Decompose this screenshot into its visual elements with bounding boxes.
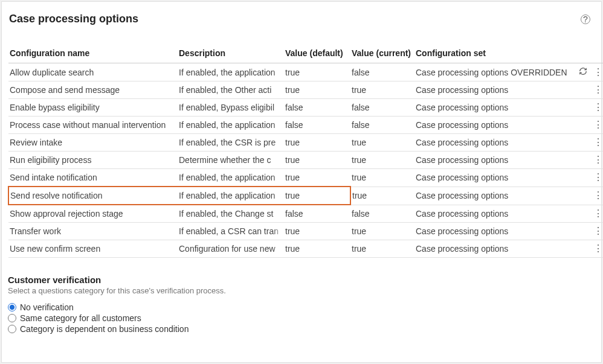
cell-config-name: Send intake notification — [8, 169, 178, 187]
cell-refresh — [578, 205, 592, 223]
table-header-row: Configuration name Description Value (de… — [8, 45, 603, 63]
table-row: Process case without manual intervention… — [8, 117, 603, 134]
help-icon[interactable]: ? — [581, 14, 590, 24]
cell-refresh — [578, 169, 592, 187]
cell-value-default: true — [284, 63, 350, 81]
cell-value-current: true — [350, 152, 414, 169]
cell-value-default: true — [284, 187, 350, 205]
panel-header: Case processing options ? — [8, 13, 590, 25]
cell-value-default: true — [284, 240, 350, 258]
cell-config-name: Transfer work — [8, 223, 178, 240]
cell-refresh — [578, 81, 592, 99]
cell-description: If enabled, the Other acti — [178, 81, 284, 99]
config-table: Configuration name Description Value (de… — [8, 45, 603, 258]
row-menu-icon[interactable]: ⋮ — [592, 134, 603, 152]
table-row: Use new confirm screenConfiguration for … — [8, 240, 603, 258]
cell-value-current: false — [350, 63, 414, 81]
cell-config-set: Case processing options — [414, 169, 578, 187]
row-menu-icon[interactable]: ⋮ — [592, 187, 603, 205]
cell-refresh — [578, 99, 592, 117]
table-row: Show approval rejection stageIf enabled,… — [8, 205, 603, 223]
table-row: Send resolve notificationIf enabled, the… — [8, 187, 603, 205]
verification-radio-group: No verificationSame category for all cus… — [8, 302, 590, 334]
cell-refresh — [578, 117, 592, 134]
cell-value-current: true — [350, 169, 414, 187]
cell-refresh — [578, 187, 592, 205]
cell-description: If enabled, the application — [178, 117, 284, 134]
row-menu-icon[interactable]: ⋮ — [592, 81, 603, 99]
verification-option-label: Same category for all customers — [20, 313, 141, 323]
cell-config-name: Run eligibility process — [8, 152, 178, 169]
cell-value-default: true — [284, 134, 350, 152]
cell-description: If enabled, the Change st — [178, 205, 284, 223]
table-row: Transfer workIf enabled, a CSR can trant… — [8, 223, 603, 240]
table-row: Enable bypass eligibilityIf enabled, Byp… — [8, 99, 603, 117]
cell-value-default: true — [284, 152, 350, 169]
row-menu-icon[interactable]: ⋮ — [592, 152, 603, 169]
cell-config-name: Allow duplicate search — [8, 63, 178, 81]
cell-config-name: Use new confirm screen — [8, 240, 178, 258]
cell-value-default: true — [284, 81, 350, 99]
cell-refresh — [578, 152, 592, 169]
cell-description: Configuration for use new — [178, 240, 284, 258]
cell-value-current: false — [350, 117, 414, 134]
row-menu-icon[interactable]: ⋮ — [592, 117, 603, 134]
cell-config-set: Case processing options — [414, 117, 578, 134]
row-menu-icon[interactable]: ⋮ — [592, 169, 603, 187]
refresh-icon[interactable] — [579, 67, 587, 75]
cell-config-set: Case processing options — [414, 134, 578, 152]
verification-option-label: Category is dependent on business condit… — [20, 324, 189, 334]
row-menu-icon[interactable]: ⋮ — [592, 240, 603, 258]
verification-option[interactable]: Same category for all customers — [8, 313, 590, 323]
cell-value-default: true — [284, 169, 350, 187]
table-row: Review intakeIf enabled, the CSR is pret… — [8, 134, 603, 152]
cell-refresh — [578, 63, 592, 81]
verification-radio[interactable] — [8, 325, 16, 333]
col-header-current: Value (current) — [350, 45, 414, 63]
cell-description: If enabled, a CSR can tran — [178, 223, 284, 240]
cell-value-current: true — [350, 134, 414, 152]
cell-value-default: false — [284, 117, 350, 134]
row-menu-icon[interactable]: ⋮ — [592, 99, 603, 117]
verification-subtitle: Select a questions category for this cas… — [8, 286, 590, 295]
case-processing-panel: Case processing options ? Configuration … — [1, 1, 602, 363]
col-header-default: Value (default) — [284, 45, 350, 63]
cell-config-name: Compose and send message — [8, 81, 178, 99]
cell-description: If enabled, the CSR is pre — [178, 134, 284, 152]
verification-option[interactable]: No verification — [8, 302, 590, 312]
cell-config-name: Process case without manual intervention — [8, 117, 178, 134]
verification-radio[interactable] — [8, 303, 16, 311]
col-header-desc: Description — [178, 45, 284, 63]
cell-config-name: Show approval rejection stage — [8, 205, 178, 223]
verification-title: Customer verification — [8, 275, 590, 285]
cell-refresh — [578, 223, 592, 240]
row-menu-icon[interactable]: ⋮ — [592, 223, 603, 240]
cell-config-set: Case processing options — [414, 99, 578, 117]
table-row: Allow duplicate searchIf enabled, the ap… — [8, 63, 603, 81]
verification-option-label: No verification — [20, 302, 74, 312]
cell-description: If enabled, Bypass eligibil — [178, 99, 284, 117]
cell-config-set: Case processing options — [414, 240, 578, 258]
cell-config-set: Case processing options — [414, 152, 578, 169]
verification-radio[interactable] — [8, 314, 16, 322]
cell-description: If enabled, the application — [178, 187, 284, 205]
cell-description: Determine whether the c — [178, 152, 284, 169]
table-row: Send intake notificationIf enabled, the … — [8, 169, 603, 187]
cell-value-current: true — [350, 223, 414, 240]
cell-config-set: Case processing options OVERRIDDEN — [414, 63, 578, 81]
cell-config-set: Case processing options — [414, 81, 578, 99]
cell-value-current: true — [350, 81, 414, 99]
cell-value-current: true — [350, 187, 414, 205]
cell-value-default: true — [284, 223, 350, 240]
row-menu-icon[interactable]: ⋮ — [592, 63, 603, 81]
page-title: Case processing options — [9, 13, 138, 25]
verification-option[interactable]: Category is dependent on business condit… — [8, 324, 590, 334]
cell-config-name: Send resolve notification — [8, 187, 178, 205]
table-row: Run eligibility processDetermine whether… — [8, 152, 603, 169]
row-menu-icon[interactable]: ⋮ — [592, 205, 603, 223]
cell-config-name: Review intake — [8, 134, 178, 152]
col-header-set: Configuration set — [414, 45, 603, 63]
cell-description: If enabled, the application — [178, 63, 284, 81]
table-row: Compose and send messageIf enabled, the … — [8, 81, 603, 99]
cell-config-set: Case processing options — [414, 223, 578, 240]
